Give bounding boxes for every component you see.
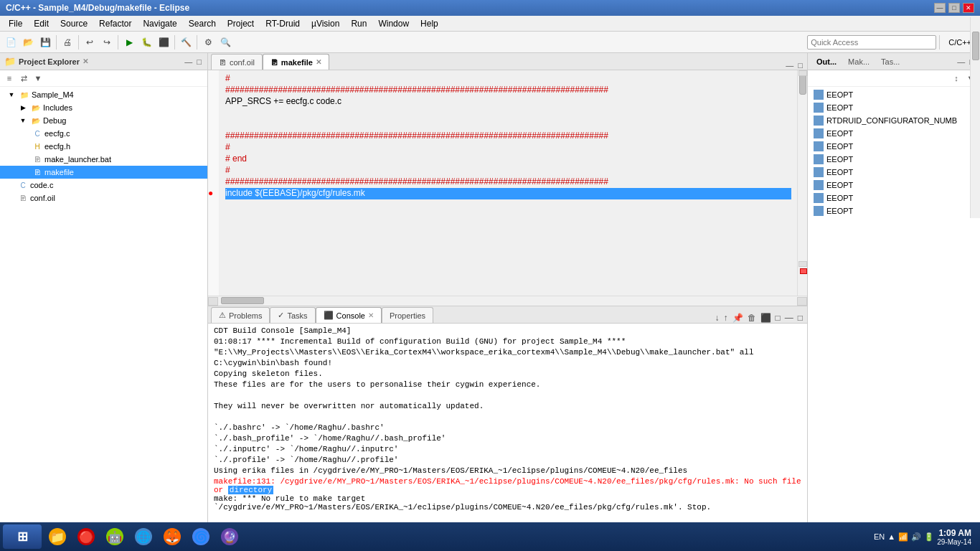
window-controls[interactable]: — □ ✕ <box>934 3 974 13</box>
console-pin-btn[interactable]: 📌 <box>731 313 745 323</box>
right-item-8[interactable]: EEOPT <box>808 179 980 192</box>
right-item-10[interactable]: EEOPT <box>808 204 980 217</box>
menu-search[interactable]: Search <box>183 17 222 30</box>
maximize-button[interactable]: □ <box>948 3 960 13</box>
tree-more-btn[interactable]: ▼ <box>32 72 44 85</box>
console-clear-btn[interactable]: 🗑 <box>746 313 758 323</box>
toolbar-save[interactable]: 💾 <box>37 34 53 50</box>
tree-item-makefile[interactable]: 🖹 makefile <box>0 166 207 179</box>
tree-item-eecfg-c[interactable]: C eecfg.c <box>0 127 207 140</box>
editor-scrollbar[interactable] <box>797 70 807 296</box>
scroll-left-btn[interactable] <box>208 297 218 306</box>
toolbar-run[interactable]: ▶ <box>121 34 137 50</box>
menu-file[interactable]: File <box>3 17 28 30</box>
tab-problems[interactable]: ⚠ Problems <box>211 307 270 323</box>
collapse-all-btn[interactable]: ≡ <box>3 72 16 85</box>
menu-project[interactable]: Project <box>222 17 260 30</box>
right-tab-outline[interactable]: Out... <box>812 56 841 67</box>
taskbar-app2-btn[interactable]: 🤖 <box>102 524 128 549</box>
clock-display[interactable]: 1:09 AM 29-May-14 <box>937 528 971 546</box>
right-item-5[interactable]: EEOPT <box>808 140 980 153</box>
tab-tasks[interactable]: ✓ Tasks <box>270 307 315 323</box>
scrollbar-bottom-btn[interactable] <box>798 261 807 267</box>
minimize-panel-btn[interactable]: — <box>183 57 194 66</box>
tree-item-code-c[interactable]: C code.c <box>0 179 207 192</box>
tree-item-eecfg-h[interactable]: H eecfg.h <box>0 140 207 153</box>
toolbar-new[interactable]: 📄 <box>3 34 19 50</box>
start-button[interactable]: ⊞ <box>3 524 42 549</box>
taskbar-app3-btn[interactable]: 🔮 <box>217 524 242 549</box>
h-scrollbar-thumb[interactable] <box>221 297 264 304</box>
close-button[interactable]: ✕ <box>963 3 974 13</box>
toolbar-debug[interactable]: 🐛 <box>138 34 154 50</box>
tree-item-make-launcher[interactable]: 🖹 make_launcher.bat <box>0 153 207 166</box>
toolbar-undo[interactable]: ↩ <box>82 34 98 50</box>
console-extra1[interactable]: ⬛ <box>759 313 773 323</box>
menu-edit[interactable]: Edit <box>28 17 55 30</box>
right-item-1[interactable]: EEOPT <box>808 88 980 101</box>
taskbar-chrome-btn[interactable]: 🌀 <box>188 524 214 549</box>
maximize-panel-btn[interactable]: □ <box>195 57 203 66</box>
right-panel: Out... Mak... Tas... — □ ↕ ▼ EEOPT EEOPT <box>808 53 980 535</box>
tree-item-sample-m4[interactable]: ▼ 📁 Sample_M4 <box>0 88 207 101</box>
toolbar-stop[interactable]: ⬛ <box>156 34 171 50</box>
tab-conf-oil[interactable]: 🖹 conf.oil <box>211 54 263 70</box>
menu-refactor[interactable]: Refactor <box>93 17 137 30</box>
tab-makefile[interactable]: 🖹 makefile ✕ <box>263 54 329 70</box>
minimize-editor-btn[interactable]: — <box>784 61 795 70</box>
toolbar-build[interactable]: 🔨 <box>178 34 194 50</box>
taskbar-app1-btn[interactable]: 🔴 <box>73 524 99 549</box>
scrollbar-top-btn[interactable] <box>798 70 807 76</box>
console-minimize-btn[interactable]: — <box>783 313 795 323</box>
scrollbar-thumb[interactable] <box>799 73 806 95</box>
right-item-6[interactable]: EEOPT <box>808 153 980 166</box>
right-panel-minimize-btn[interactable]: — <box>956 57 966 66</box>
taskbar-files-btn[interactable]: 📁 <box>44 524 70 549</box>
arrow-up-icon[interactable]: ▲ <box>887 532 895 541</box>
toolbar-print[interactable]: 🖨 <box>60 34 75 50</box>
horizontal-scrollbar[interactable] <box>208 296 807 306</box>
menu-window[interactable]: Window <box>372 17 415 30</box>
code-editor[interactable]: # ######################################… <box>220 70 797 296</box>
maximize-editor-btn[interactable]: □ <box>796 61 804 70</box>
menu-source[interactable]: Source <box>55 17 93 30</box>
taskbar-firefox-btn[interactable]: 🦊 <box>159 524 185 549</box>
right-item-3[interactable]: RTDRUID_CONFIGURATOR_NUMB <box>808 114 980 127</box>
toolbar-extra1[interactable]: ⚙ <box>200 34 216 50</box>
menu-run[interactable]: Run <box>345 17 372 30</box>
menu-help[interactable]: Help <box>415 17 444 30</box>
sort-btn[interactable]: ↕ <box>950 72 963 85</box>
menu-navigate[interactable]: Navigate <box>137 17 182 30</box>
tree-item-includes[interactable]: ▶ 📂 Includes <box>0 101 207 114</box>
menu-uvision[interactable]: µVision <box>306 17 345 30</box>
tab-close-btn[interactable]: ✕ <box>368 311 374 319</box>
right-item-2[interactable]: EEOPT <box>808 101 980 114</box>
right-scrollbar-thumb[interactable] <box>972 32 979 60</box>
right-item-4[interactable]: EEOPT <box>808 127 980 140</box>
link-editor-btn[interactable]: ⇄ <box>17 72 30 85</box>
tree-item-conf-oil[interactable]: 🖹 conf.oil <box>0 192 207 204</box>
scroll-right-btn[interactable] <box>797 297 807 306</box>
right-item-9[interactable]: EEOPT <box>808 192 980 204</box>
right-item-7[interactable]: EEOPT <box>808 166 980 179</box>
console-move-down-btn[interactable]: ↓ <box>714 313 721 323</box>
tab-console[interactable]: ⬛ Console ✕ <box>316 307 382 323</box>
menu-rtdruid[interactable]: RT-Druid <box>260 17 306 30</box>
tree-item-debug[interactable]: ▼ 📂 Debug <box>0 114 207 127</box>
minimize-button[interactable]: — <box>934 3 946 13</box>
quick-access-input[interactable] <box>807 35 936 50</box>
toolbar-extra2[interactable]: 🔍 <box>217 34 233 50</box>
console-extra2[interactable]: □ <box>774 313 782 323</box>
right-tab-make[interactable]: Mak... <box>844 56 874 67</box>
taskbar-globe-btn[interactable]: 🌐 <box>131 524 156 549</box>
right-panel-scrollbar[interactable] <box>970 17 980 218</box>
tab-properties[interactable]: Properties <box>382 307 433 323</box>
console-output[interactable]: CDT Build Console [Sample_M4] 01:08:17 *… <box>208 324 807 535</box>
tab-close-btn[interactable]: ✕ <box>316 58 321 66</box>
panel-close-x[interactable]: ✕ <box>83 57 88 65</box>
toolbar-open[interactable]: 📂 <box>20 34 36 50</box>
right-tab-tasks[interactable]: Tas... <box>877 56 904 67</box>
console-move-up-btn[interactable]: ↑ <box>722 313 730 323</box>
toolbar-redo[interactable]: ↪ <box>99 34 115 50</box>
console-maximize-btn[interactable]: □ <box>796 313 804 323</box>
